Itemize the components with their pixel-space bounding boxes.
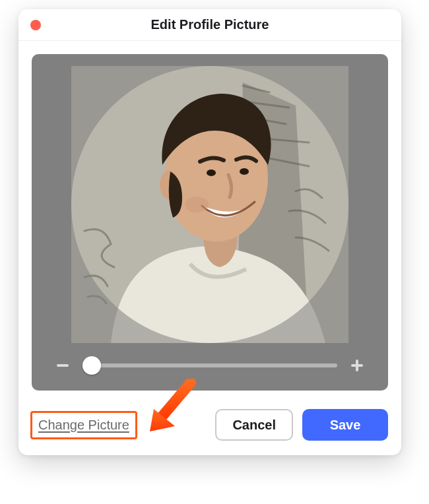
titlebar: Edit Profile Picture: [18, 9, 401, 41]
svg-rect-9: [57, 364, 69, 367]
zoom-out-icon[interactable]: [55, 358, 71, 373]
edit-profile-picture-dialog: Edit Profile Picture: [18, 9, 401, 455]
zoom-slider-thumb[interactable]: [82, 356, 101, 375]
zoom-slider-rail: [82, 363, 337, 367]
image-cropper: [32, 54, 388, 391]
svg-rect-11: [356, 360, 358, 371]
close-icon[interactable]: [30, 20, 41, 30]
dialog-content: Change Picture Cancel Save: [18, 41, 401, 455]
zoom-in-icon[interactable]: [349, 358, 365, 373]
change-picture-wrap: Change Picture: [32, 412, 136, 438]
cancel-button[interactable]: Cancel: [215, 409, 293, 441]
dialog-footer: Change Picture Cancel Save: [32, 409, 388, 441]
svg-point-4: [240, 168, 249, 175]
svg-point-5: [185, 197, 209, 212]
profile-photo: [71, 66, 348, 343]
save-button[interactable]: Save: [302, 409, 388, 441]
dialog-title: Edit Profile Picture: [151, 17, 269, 32]
zoom-slider-row: [55, 358, 365, 373]
zoom-slider[interactable]: [82, 358, 337, 373]
svg-point-3: [207, 170, 216, 176]
change-picture-link[interactable]: Change Picture: [38, 418, 129, 432]
crop-stage[interactable]: [71, 66, 348, 343]
